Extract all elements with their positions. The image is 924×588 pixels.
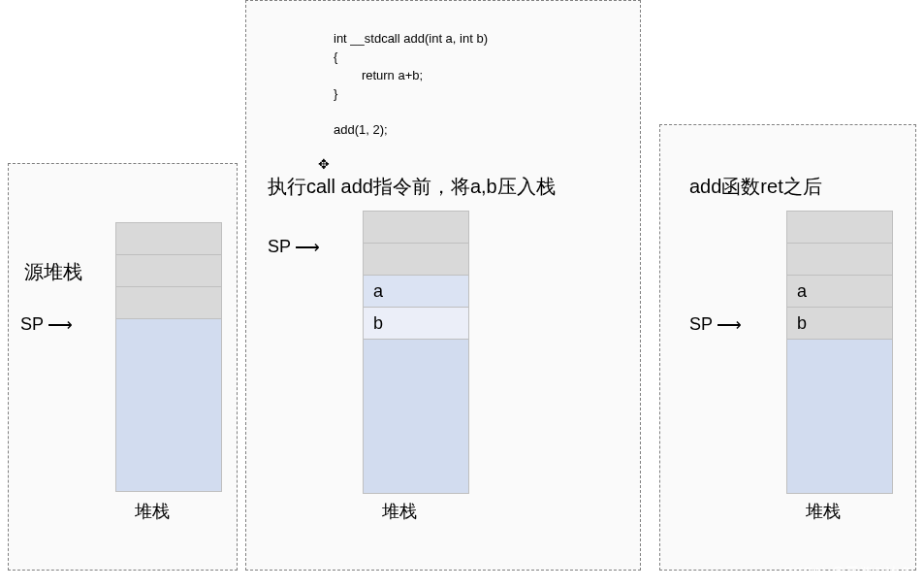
stack-body — [116, 319, 221, 491]
arrow-right-icon: ⟶ — [295, 239, 320, 256]
stack-mid: a b — [363, 211, 469, 494]
stack-cell — [116, 287, 221, 319]
caption-mid: 堆栈 — [382, 500, 417, 523]
panel-source-stack: 源堆栈 SP ⟶ 堆栈 — [8, 163, 238, 571]
code-line: { — [334, 49, 337, 64]
stack-cell — [787, 212, 892, 244]
code-line: } — [334, 86, 337, 101]
move-cursor-icon: ✥ — [318, 156, 330, 172]
stack-cell-a: a — [787, 276, 892, 308]
sp-text: SP — [20, 314, 44, 335]
heading-source-stack: 源堆栈 — [24, 259, 82, 285]
code-line: int __stdcall add(int a, int b) — [334, 31, 488, 46]
sp-text: SP — [689, 314, 713, 335]
stack-cell — [116, 223, 221, 255]
stack-cell — [116, 255, 221, 287]
stack-cell-b: b — [787, 308, 892, 340]
heading-after-ret: add函数ret之后 — [689, 174, 822, 200]
stack-right: a b — [786, 211, 893, 494]
code-block: int __stdcall add(int a, int b) { return… — [334, 30, 488, 140]
code-line: add(1, 2); — [334, 122, 388, 137]
watermark: CSDN @豆浆D油条 — [783, 565, 914, 582]
arrow-right-icon: ⟶ — [48, 316, 73, 334]
stack-cell — [364, 244, 468, 276]
stack-body — [364, 340, 468, 493]
code-line: return a+b; — [334, 68, 423, 82]
caption-left: 堆栈 — [135, 500, 170, 523]
stack-cell — [787, 244, 892, 276]
caption-right: 堆栈 — [806, 500, 841, 523]
sp-pointer-right: SP ⟶ — [689, 314, 742, 335]
heading-before-call: 执行call add指令前，将a,b压入栈 — [268, 174, 556, 200]
stack-cell-b: b — [364, 308, 468, 340]
sp-text: SP — [268, 237, 291, 257]
arrow-right-icon: ⟶ — [717, 316, 742, 334]
stack-cell-a: a — [364, 276, 468, 308]
sp-pointer-left: SP ⟶ — [20, 314, 73, 335]
sp-pointer-mid: SP ⟶ — [268, 237, 320, 257]
panel-after-ret: add函数ret之后 SP ⟶ a b 堆栈 — [659, 124, 916, 571]
stack-cell — [364, 212, 468, 244]
panel-before-call: int __stdcall add(int a, int b) { return… — [245, 0, 641, 571]
stack-left — [115, 222, 222, 492]
stack-body — [787, 340, 892, 493]
